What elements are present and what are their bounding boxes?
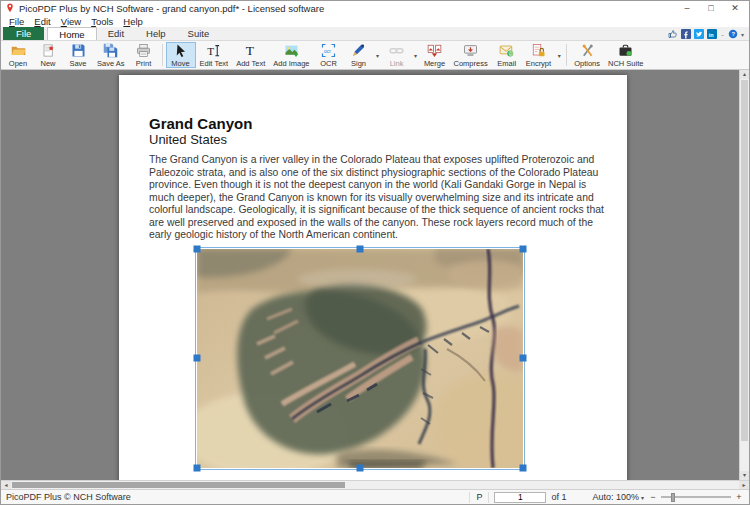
email-button[interactable]: @Email <box>492 42 522 68</box>
toolbar-button-label: OCR <box>320 59 337 68</box>
like-icon[interactable] <box>668 29 678 39</box>
compress-icon <box>463 43 478 58</box>
zoom-out-button[interactable]: − <box>648 492 658 502</box>
ribbon-tabs: HomeEditHelpSuite <box>47 27 220 40</box>
compress-button[interactable]: Compress <box>450 42 492 68</box>
tab-suite[interactable]: Suite <box>177 27 221 40</box>
svg-text:T: T <box>207 44 214 56</box>
move-button[interactable]: Move <box>166 42 196 68</box>
new-document-icon <box>41 43 56 58</box>
scroll-right-icon[interactable]: ▸ <box>739 481 749 489</box>
toolbar-button-label: Move <box>171 59 189 68</box>
selection-handle[interactable] <box>520 245 527 252</box>
svg-text:ocr: ocr <box>324 48 331 53</box>
ribbon-tab-bar: File HomeEditHelpSuite in - ? ▾ <box>1 27 749 41</box>
merge-icon <box>427 43 442 58</box>
tab-file[interactable]: File <box>3 27 44 40</box>
add-text-button[interactable]: TAdd Text <box>232 42 269 68</box>
maximize-button[interactable]: □ <box>699 2 723 15</box>
nch-suite-button[interactable]: NCH Suite <box>604 42 647 68</box>
selection-handle[interactable] <box>194 355 201 362</box>
document-subheading: United States <box>149 132 627 148</box>
link-button[interactable]: Link <box>382 42 412 68</box>
selection-handle[interactable] <box>357 245 364 252</box>
page-number-input[interactable] <box>494 492 546 503</box>
horizontal-scroll-thumb[interactable] <box>12 482 345 488</box>
zoom-slider-thumb[interactable] <box>671 493 675 502</box>
status-text: PicoPDF Plus © NCH Software <box>6 492 469 502</box>
tab-help[interactable]: Help <box>135 27 177 40</box>
print-button[interactable]: Print <box>129 42 159 68</box>
add-image-button[interactable]: Add Image <box>269 42 313 68</box>
document-heading: Grand Canyon <box>149 115 627 132</box>
status-bar: PicoPDF Plus © NCH Software P of 1 Auto:… <box>1 489 749 504</box>
grand-canyon-aerial-photo[interactable] <box>197 249 523 468</box>
horizontal-scrollbar[interactable]: ◂ ▸ <box>1 480 749 489</box>
add-image-icon <box>284 43 299 58</box>
toolbar-button-label: Compress <box>454 59 488 68</box>
toolbar-button-label: Save <box>69 59 86 68</box>
vertical-scroll-thumb[interactable] <box>741 80 748 441</box>
options-tools-icon <box>580 43 595 58</box>
svg-text:in: in <box>709 32 715 38</box>
document-canvas[interactable]: Grand Canyon United States The Grand Can… <box>1 70 739 480</box>
ocr-button[interactable]: ocrOCR <box>314 42 344 68</box>
toolbar-separator <box>162 44 163 66</box>
add-text-icon: T <box>243 43 258 58</box>
menu-tools[interactable]: Tools <box>86 16 118 27</box>
toolbar-button-label: Edit Text <box>200 59 229 68</box>
selection-handle[interactable] <box>520 464 527 471</box>
tab-edit[interactable]: Edit <box>97 27 135 40</box>
menubar: FileEditViewToolsHelp <box>1 15 749 27</box>
merge-button[interactable]: Merge <box>420 42 450 68</box>
zoom-dropdown-arrow[interactable]: ▾ <box>641 494 644 501</box>
menu-edit[interactable]: Edit <box>29 16 55 27</box>
zoom-mode-label[interactable]: Auto: 100% <box>592 492 639 502</box>
tab-home[interactable]: Home <box>47 27 96 40</box>
selection-handle[interactable] <box>194 245 201 252</box>
link-dropdown-arrow[interactable]: ▾ <box>412 42 420 68</box>
toolbar-button-label: Options <box>574 59 600 68</box>
toolbar-button-label: Add Image <box>273 59 309 68</box>
sign-dropdown-arrow[interactable]: ▾ <box>374 42 382 68</box>
folder-open-icon <box>11 43 26 58</box>
toolbar-button-label: Save As <box>97 59 125 68</box>
help-dropdown-arrow[interactable]: ▾ <box>741 31 744 38</box>
scroll-down-icon[interactable]: ▾ <box>740 471 749 480</box>
pdf-page[interactable]: Grand Canyon United States The Grand Can… <box>119 75 627 480</box>
twitter-icon[interactable] <box>694 29 704 39</box>
close-button[interactable]: ✕ <box>723 2 747 15</box>
toolbar-button-label: Open <box>9 59 27 68</box>
menu-help[interactable]: Help <box>118 16 148 27</box>
toolbar-button-label: NCH Suite <box>608 59 643 68</box>
edit-text-icon: T <box>206 43 221 58</box>
save-as-button[interactable]: Save As <box>93 42 129 68</box>
scroll-up-icon[interactable]: ▴ <box>740 70 749 79</box>
encrypt-button[interactable]: Encrypt <box>522 42 555 68</box>
vertical-scroll-track[interactable] <box>740 79 749 471</box>
vertical-scrollbar[interactable]: ▴ ▾ <box>739 70 749 480</box>
open-button[interactable]: Open <box>3 42 33 68</box>
edit-text-button[interactable]: TEdit Text <box>196 42 233 68</box>
encrypt-lock-icon <box>531 43 546 58</box>
social-icons: in <box>668 29 717 39</box>
sign-button[interactable]: Sign <box>344 42 374 68</box>
linkedin-icon[interactable]: in <box>707 29 717 39</box>
options-button[interactable]: Options <box>570 42 604 68</box>
zoom-slider[interactable] <box>661 496 731 498</box>
facebook-icon[interactable] <box>681 29 691 39</box>
scroll-left-icon[interactable]: ◂ <box>1 481 11 489</box>
ocr-icon: ocr <box>321 43 336 58</box>
menu-file[interactable]: File <box>4 16 29 27</box>
selection-handle[interactable] <box>194 464 201 471</box>
selection-handle[interactable] <box>520 355 527 362</box>
minimize-button[interactable]: – <box>675 2 699 15</box>
title-bar: PicoPDF Plus by NCH Software - grand can… <box>1 1 749 15</box>
help-icon[interactable]: ? <box>728 29 738 39</box>
encrypt-dropdown-arrow[interactable]: ▾ <box>555 42 563 68</box>
menu-view[interactable]: View <box>56 16 86 27</box>
save-button[interactable]: Save <box>63 42 93 68</box>
zoom-in-button[interactable]: + <box>734 492 744 502</box>
selection-handle[interactable] <box>357 464 364 471</box>
new-button[interactable]: New <box>33 42 63 68</box>
